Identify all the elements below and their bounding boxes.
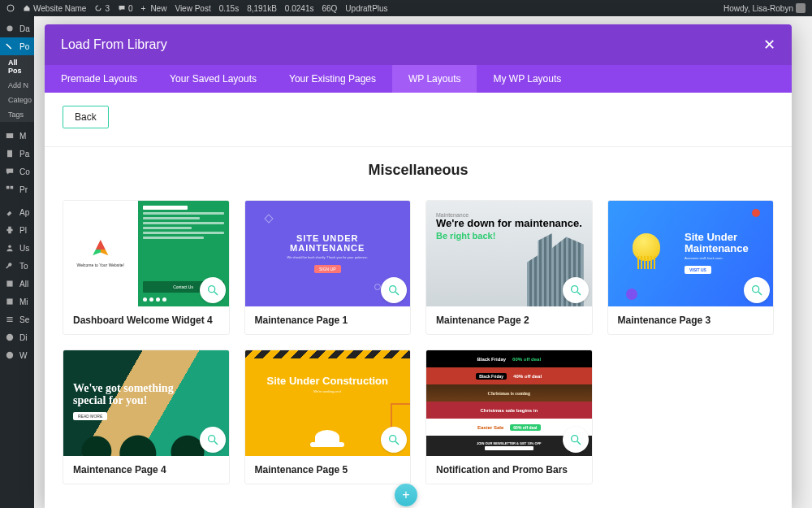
sidebar-sub-addnew[interactable]: Add N (0, 78, 34, 93)
view-post-link[interactable]: View Post (175, 4, 210, 13)
svg-rect-2 (6, 133, 13, 138)
layout-thumbnail: Welcome to Your Website! (63, 201, 229, 306)
svg-line-14 (395, 292, 399, 295)
svg-line-24 (577, 441, 581, 445)
svg-point-23 (571, 436, 577, 442)
stat-time: 0.15s (219, 4, 239, 13)
layout-thumbnail: Maintenance We're down for maintenance. … (426, 201, 592, 306)
magnify-icon[interactable] (200, 277, 226, 303)
sidebar-item-tools[interactable]: To (0, 257, 34, 275)
magnify-icon[interactable] (563, 427, 589, 453)
sidebar-sub-allposts[interactable]: All Pos (0, 55, 34, 78)
tab-existing-pages[interactable]: Your Existing Pages (273, 65, 392, 93)
sidebar-item-settings[interactable]: Se (0, 310, 34, 328)
magnify-icon[interactable] (563, 277, 589, 303)
svg-rect-5 (11, 186, 14, 189)
layout-card[interactable]: SITE UNDERMAINTENANCE We should be back … (244, 200, 412, 335)
svg-line-12 (214, 292, 218, 295)
svg-rect-3 (7, 150, 12, 157)
layout-card[interactable]: Welcome to Your Website! Dashboa (63, 200, 230, 335)
sidebar-item-users[interactable]: Us (0, 239, 34, 257)
svg-point-13 (390, 286, 396, 293)
layout-label: Dashboard Welcome Widget 4 (63, 306, 229, 334)
layout-card[interactable]: Black Friday60% off deal Black Friday40%… (425, 350, 593, 484)
wp-sidebar: Da Po All Pos Add N Catego Tags M Pa Co … (0, 16, 34, 508)
section-title: Miscellaneous (63, 162, 774, 179)
svg-line-16 (577, 292, 581, 295)
updraft-link[interactable]: UpdraftPlus (345, 4, 387, 13)
magnify-icon[interactable] (381, 427, 407, 453)
magnify-icon[interactable] (381, 277, 407, 303)
svg-point-9 (6, 334, 13, 341)
close-icon[interactable]: ✕ (763, 36, 775, 54)
layout-thumbnail: Site Under Maintenance Awesome stuff, ba… (608, 201, 774, 306)
wp-admin-bar: Website Name 3 0 +New View Post 0.15s 8,… (0, 0, 812, 16)
sidebar-item-mi[interactable]: Mi (0, 293, 34, 310)
sidebar-item-comments[interactable]: Co (0, 163, 34, 180)
svg-point-21 (390, 436, 396, 442)
comments-count[interactable]: 0 (118, 4, 133, 13)
sidebar-item-dashboard[interactable]: Da (0, 20, 34, 37)
tab-premade-layouts[interactable]: Premade Layouts (45, 65, 153, 93)
layout-grid: Welcome to Your Website! Dashboa (63, 200, 774, 484)
svg-line-20 (214, 441, 218, 445)
layout-card[interactable]: We've got somethingspecial for you! READ… (63, 350, 230, 484)
sidebar-item-aioseo[interactable]: All (0, 275, 34, 293)
layout-label: Maintenance Page 3 (608, 306, 774, 334)
layout-card[interactable]: Maintenance We're down for maintenance. … (425, 200, 593, 335)
svg-rect-8 (6, 298, 12, 304)
layout-label: Maintenance Page 2 (426, 306, 592, 334)
svg-rect-4 (6, 186, 10, 189)
magnify-icon[interactable] (744, 277, 770, 303)
stat-mem: 8,191kB (247, 4, 277, 13)
modal-title: Load From Library (61, 37, 167, 52)
sidebar-item-media[interactable]: M (0, 127, 34, 145)
add-module-button[interactable]: + (395, 484, 417, 506)
wp-logo-icon[interactable] (6, 4, 15, 12)
modal-tabs: Premade Layouts Your Saved Layouts Your … (45, 65, 792, 93)
layout-thumbnail: Site Under Construction We're working on… (245, 350, 411, 456)
sidebar-item-plugins[interactable]: Pl (0, 221, 34, 239)
svg-point-11 (208, 286, 214, 293)
layout-card[interactable]: Site Under Maintenance Awesome stuff, ba… (607, 200, 775, 335)
svg-point-0 (7, 5, 14, 11)
stat-q: 66Q (322, 4, 337, 13)
layout-thumbnail: We've got somethingspecial for you! READ… (63, 350, 229, 456)
svg-line-18 (758, 292, 762, 295)
layout-thumbnail: SITE UNDERMAINTENANCE We should be back … (245, 201, 411, 306)
magnify-icon[interactable] (200, 427, 226, 453)
sidebar-sub-tags[interactable]: Tags (0, 107, 34, 122)
hardhat-icon (315, 430, 339, 445)
avatar (796, 3, 806, 13)
modal-header: Load From Library ✕ (45, 24, 792, 65)
modal-body: Back Miscellaneous Welcome to Your Websi… (45, 93, 792, 508)
jellyfish-icon (633, 233, 660, 261)
svg-line-22 (395, 441, 399, 445)
sidebar-item-pages[interactable]: Pa (0, 145, 34, 163)
updates-count[interactable]: 3 (94, 4, 110, 13)
sidebar-item-posts[interactable]: Po (0, 37, 34, 55)
svg-point-10 (6, 352, 13, 358)
svg-rect-7 (6, 280, 12, 286)
layout-label: Maintenance Page 1 (245, 306, 411, 334)
svg-point-19 (208, 436, 214, 442)
svg-point-1 (6, 25, 12, 31)
layout-card[interactable]: Site Under Construction We're working on… (244, 350, 412, 484)
sidebar-item-wplayouts[interactable]: W (0, 346, 34, 364)
howdy-user[interactable]: Howdy, Lisa-Robyn (723, 3, 806, 13)
svg-point-17 (753, 286, 759, 293)
sidebar-item-divi[interactable]: Di (0, 328, 34, 346)
tab-my-wp-layouts[interactable]: My WP Layouts (477, 65, 577, 93)
tab-wp-layouts[interactable]: WP Layouts (392, 65, 477, 93)
load-library-modal: Load From Library ✕ Premade Layouts Your… (45, 24, 792, 508)
back-button[interactable]: Back (63, 106, 109, 128)
rocket-icon (91, 240, 110, 259)
sidebar-item-appearance[interactable]: Ap (0, 203, 34, 221)
tab-saved-layouts[interactable]: Your Saved Layouts (153, 65, 273, 93)
sidebar-item-projects[interactable]: Pr (0, 180, 34, 198)
sidebar-sub-categories[interactable]: Catego (0, 93, 34, 107)
layout-label: Maintenance Page 5 (245, 456, 411, 484)
site-name[interactable]: Website Name (23, 4, 86, 13)
layout-thumbnail: Black Friday60% off deal Black Friday40%… (426, 350, 592, 456)
new-button[interactable]: +New (141, 4, 167, 13)
